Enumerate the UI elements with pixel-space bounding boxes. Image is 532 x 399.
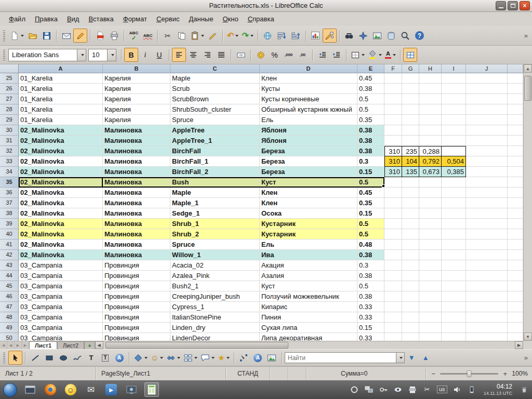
cell-A31[interactable]: 02_Malinovka: [19, 136, 103, 146]
cell-H27[interactable]: [419, 94, 442, 104]
cell-J36[interactable]: [466, 188, 508, 198]
stars-button[interactable]: ★: [216, 351, 231, 365]
cell-D35[interactable]: Куст: [260, 177, 357, 188]
cell-E38[interactable]: 0.15: [357, 208, 384, 219]
dropdown-arrow-icon[interactable]: [362, 54, 365, 56]
cell-B31[interactable]: Малиновка: [103, 136, 170, 146]
row-header-27[interactable]: 27: [0, 94, 19, 104]
dropdown-arrow-icon[interactable]: [21, 35, 24, 37]
cell-A45[interactable]: 03_Campania: [19, 281, 103, 291]
cell-F47[interactable]: [384, 302, 402, 312]
scroll-right-button[interactable]: ▶: [515, 341, 523, 349]
merge-cells-button[interactable]: [234, 48, 248, 62]
cell-J40[interactable]: [466, 229, 508, 240]
cell-G28[interactable]: [402, 104, 419, 115]
cell-C42[interactable]: Willow_1: [170, 250, 260, 260]
minimize-button[interactable]: [496, 1, 506, 10]
cell-I39[interactable]: [442, 219, 466, 229]
cell-A25[interactable]: 01_Karelia: [19, 73, 103, 84]
titlebar[interactable]: Растительность.xls - LibreOffice Calc ×: [0, 0, 532, 12]
cell-J47[interactable]: [466, 302, 508, 312]
cell-E32[interactable]: 0.38: [357, 146, 384, 156]
cell-F49[interactable]: [384, 323, 402, 333]
cell-G34[interactable]: 135: [402, 167, 419, 177]
cell-F30[interactable]: [384, 125, 402, 136]
cell-I29[interactable]: [442, 115, 466, 125]
column-header-J[interactable]: J: [466, 64, 508, 73]
cell-A49[interactable]: 03_Campania: [19, 323, 103, 333]
cell-I41[interactable]: [442, 240, 466, 250]
cell-D43[interactable]: Акация: [260, 260, 357, 271]
row-header-31[interactable]: 31: [0, 136, 19, 146]
cell-C40[interactable]: Shrub_2: [170, 229, 260, 240]
dropdown-arrow-icon[interactable]: [379, 54, 382, 56]
cell-F48[interactable]: [384, 312, 402, 323]
cell-E25[interactable]: 0.45: [357, 73, 384, 84]
toolbar-grip[interactable]: [3, 352, 5, 364]
navigator-button[interactable]: [356, 29, 370, 43]
row-header-50[interactable]: 50: [0, 333, 19, 341]
cell-E49[interactable]: 0.15: [357, 323, 384, 333]
menu-item-4[interactable]: Формат: [118, 13, 152, 25]
cell-H42[interactable]: [419, 250, 442, 260]
cell-B49[interactable]: Провинция: [103, 323, 170, 333]
cell-A48[interactable]: 03_Campania: [19, 312, 103, 323]
cell-F38[interactable]: [384, 208, 402, 219]
cell-G40[interactable]: [402, 229, 419, 240]
cell-G37[interactable]: [402, 198, 419, 208]
cell-E37[interactable]: 0.35: [357, 198, 384, 208]
cell-F32[interactable]: 310: [384, 146, 402, 156]
cell-D44[interactable]: Азалия: [260, 271, 357, 281]
row-header-29[interactable]: 29: [0, 115, 19, 125]
cell-F37[interactable]: [384, 198, 402, 208]
cell-G27[interactable]: [402, 94, 419, 104]
cell-F25[interactable]: [384, 73, 402, 84]
add-decimal-button[interactable]: ,000: [282, 48, 296, 62]
clock[interactable]: 04:12 14.11.13 UTC: [482, 383, 514, 396]
cell-H37[interactable]: [419, 198, 442, 208]
column-header-B[interactable]: B: [103, 64, 170, 73]
previous-sheet-button[interactable]: ◀: [7, 341, 15, 349]
zoom-level-label[interactable]: 100%: [512, 370, 528, 377]
horizontal-scrollbar[interactable]: ◀ ▶: [95, 341, 523, 349]
auto-spellcheck-button[interactable]: ABC: [141, 29, 155, 43]
cell-J33[interactable]: [466, 156, 508, 167]
cell-F31[interactable]: [384, 136, 402, 146]
find-dropdown-button[interactable]: [396, 352, 405, 363]
tray-status-icon[interactable]: [350, 385, 359, 394]
cell-D28[interactable]: Обширный кустарник южный: [260, 104, 357, 115]
cell-C37[interactable]: Maple_1: [170, 198, 260, 208]
cell-J25[interactable]: [466, 73, 508, 84]
cell-H48[interactable]: [419, 312, 442, 323]
row-header-40[interactable]: 40: [0, 229, 19, 240]
cell-H50[interactable]: [419, 333, 442, 341]
cell-A27[interactable]: 01_Karelia: [19, 94, 103, 104]
cell-H35[interactable]: [419, 177, 442, 188]
column-header-H[interactable]: H: [419, 64, 442, 73]
cell-G32[interactable]: 235: [402, 146, 419, 156]
cell-B33[interactable]: Малиновка: [103, 156, 170, 167]
cell-A46[interactable]: 03_Campania: [19, 291, 103, 302]
sort-descending-button[interactable]: [289, 29, 303, 43]
cell-D32[interactable]: Береза: [260, 146, 357, 156]
mail-launcher[interactable]: ✉: [84, 382, 98, 397]
cell-A32[interactable]: 02_Malinovka: [19, 146, 103, 156]
cell-G45[interactable]: [402, 281, 419, 291]
toolbar-overflow-button[interactable]: »: [522, 354, 530, 362]
cell-C38[interactable]: Sedge_1: [170, 208, 260, 219]
cell-J34[interactable]: [466, 167, 508, 177]
cell-E28[interactable]: 0.5: [357, 104, 384, 115]
cell-H46[interactable]: [419, 291, 442, 302]
cell-B47[interactable]: Провинция: [103, 302, 170, 312]
cell-E35[interactable]: 0.5: [357, 177, 384, 188]
cell-C31[interactable]: AppleTree_1: [170, 136, 260, 146]
column-header-A[interactable]: A: [19, 64, 103, 73]
cell-D40[interactable]: Кустарник: [260, 229, 357, 240]
cell-A47[interactable]: 03_Campania: [19, 302, 103, 312]
cell-B26[interactable]: Карелия: [103, 84, 170, 94]
row-header-28[interactable]: 28: [0, 104, 19, 115]
vertical-text-tool-button[interactable]: T: [98, 351, 112, 365]
ellipse-tool-button[interactable]: [56, 351, 70, 365]
cell-C47[interactable]: Cypress_1: [170, 302, 260, 312]
file-manager-launcher[interactable]: [23, 382, 37, 397]
